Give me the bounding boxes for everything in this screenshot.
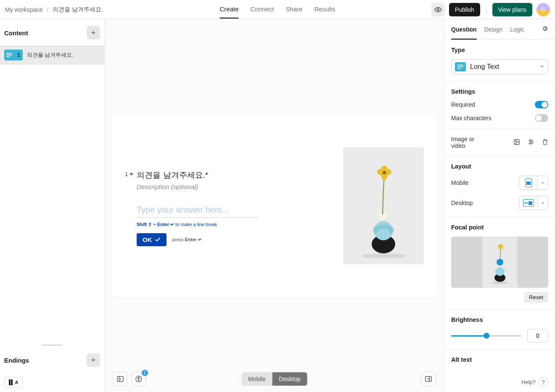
trash-icon (542, 139, 548, 145)
gear-icon (542, 25, 548, 32)
device-toggle: Mobile Desktop (241, 372, 307, 386)
chevron-down-icon (538, 181, 548, 185)
content-header-row: Content + (0, 19, 104, 45)
preview-button[interactable] (431, 3, 445, 16)
tab-connect[interactable]: Connect (251, 0, 274, 18)
ending-item-a[interactable]: A (0, 373, 104, 392)
layout-desktop-select[interactable] (519, 196, 548, 210)
collapse-right-button[interactable] (421, 372, 436, 386)
reset-focal-button[interactable]: Reset (524, 292, 548, 303)
brightness-slider[interactable] (451, 335, 521, 337)
add-content-button[interactable]: + (87, 26, 100, 39)
replace-image-button[interactable] (513, 139, 520, 147)
accessibility-icon (135, 376, 142, 382)
question-title[interactable]: 의견을 남겨주세요.* (137, 170, 208, 181)
svg-point-34 (530, 143, 531, 144)
avatar[interactable]: C (536, 3, 550, 16)
help-button[interactable]: Help? ? (521, 377, 548, 387)
svg-point-32 (530, 139, 531, 141)
svg-point-7 (362, 253, 405, 258)
svg-point-21 (138, 377, 139, 378)
view-plans-button[interactable]: View plans (492, 3, 532, 16)
left-sidebar: Content + 1 의견을 남겨주세요. Endings + A (0, 19, 105, 392)
layout-desktop-label: Desktop (451, 200, 473, 206)
image-settings-button[interactable] (528, 139, 534, 147)
tab-design[interactable]: Design (484, 26, 503, 39)
svg-point-16 (381, 174, 387, 180)
svg-rect-4 (9, 379, 11, 385)
press-enter-hint: press Enter ↵ (172, 237, 202, 242)
svg-point-33 (531, 141, 533, 142)
add-ending-button[interactable]: + (87, 353, 100, 367)
type-header: Type (451, 47, 548, 53)
image-icon (513, 139, 520, 145)
brightness-input[interactable] (527, 329, 548, 342)
settings-gear-button[interactable] (542, 25, 548, 39)
top-nav: My workspace / 의견을 남겨주세요. Create Connect… (0, 0, 555, 19)
svg-point-40 (498, 244, 503, 249)
delete-image-button[interactable] (542, 139, 548, 147)
svg-point-0 (437, 8, 439, 11)
maxchars-toggle[interactable] (535, 114, 548, 122)
line-break-hint: Shift ⇧ + Enter ↵ to make a line break (137, 222, 330, 227)
long-text-icon: 1 (4, 50, 23, 61)
tab-question[interactable]: Question (451, 26, 477, 39)
question-image[interactable] (343, 147, 424, 264)
layout-mobile-label: Mobile (451, 179, 468, 186)
panel-left-icon (117, 376, 124, 382)
question-number-indicator: 1 (125, 170, 133, 177)
right-panel: Question Design Logic Type Long Text Set… (444, 19, 555, 392)
plus-icon: + (91, 29, 96, 37)
chevron-down-icon (539, 63, 544, 71)
focal-section: Focal point Reset (444, 217, 555, 310)
svg-rect-3 (6, 56, 10, 57)
panel-right-icon (425, 376, 432, 382)
divider (486, 5, 486, 14)
tab-logic[interactable]: Logic (510, 26, 524, 39)
device-mobile[interactable]: Mobile (241, 372, 272, 386)
endings-header-row: Endings + (0, 347, 104, 373)
tab-create[interactable]: Create (220, 0, 239, 18)
form-name[interactable]: 의견을 남겨주세요. (53, 6, 103, 13)
eye-icon (434, 6, 442, 13)
collapse-left-button[interactable] (113, 372, 127, 386)
publish-button[interactable]: Publish (449, 3, 480, 16)
accessibility-badge: 1 (142, 370, 148, 376)
long-text-type-icon (455, 62, 466, 71)
device-desktop[interactable]: Desktop (272, 372, 307, 386)
workspace-link[interactable]: My workspace (5, 6, 42, 13)
focal-point-handle[interactable] (497, 259, 503, 266)
endings-header: Endings (4, 357, 29, 364)
tab-share[interactable]: Share (285, 0, 302, 18)
accessibility-button[interactable]: 1 (132, 372, 146, 386)
svg-rect-1 (6, 53, 12, 54)
layout-header: Layout (451, 163, 548, 170)
arrow-right-icon (129, 172, 133, 176)
required-label: Required (451, 101, 475, 108)
card-content: 1 의견을 남겨주세요.* Description (optional) Shi… (125, 166, 330, 246)
content-header: Content (4, 29, 28, 37)
svg-point-28 (515, 140, 517, 142)
layout-mobile-select[interactable] (519, 176, 548, 190)
focal-header: Focal point (451, 224, 548, 231)
type-value: Long Text (470, 63, 499, 71)
tab-results[interactable]: Results (314, 0, 335, 18)
canvas: 1 의견을 남겨주세요.* Description (optional) Shi… (105, 19, 444, 392)
type-select[interactable]: Long Text (451, 59, 548, 74)
svg-point-17 (383, 171, 386, 174)
right-tabs: Question Design Logic (444, 19, 555, 40)
question-label: 의견을 남겨주세요. (27, 52, 74, 59)
ok-button[interactable]: OK (137, 233, 166, 246)
canvas-bottombar: 1 Mobile Desktop (105, 372, 444, 386)
question-item-1[interactable]: 1 의견을 남겨주세요. (0, 45, 104, 65)
svg-rect-5 (11, 379, 13, 385)
required-toggle[interactable] (535, 101, 548, 108)
top-right: Publish View plans C (431, 3, 550, 16)
focal-point-editor[interactable] (451, 237, 548, 288)
breadcrumb-sep: / (47, 6, 48, 13)
brightness-section: Brightness (444, 310, 555, 350)
help-icon: ? (538, 377, 548, 387)
question-description[interactable]: Description (optional) (137, 183, 330, 191)
answer-input[interactable] (137, 203, 259, 218)
type-section: Type Long Text (444, 40, 555, 82)
